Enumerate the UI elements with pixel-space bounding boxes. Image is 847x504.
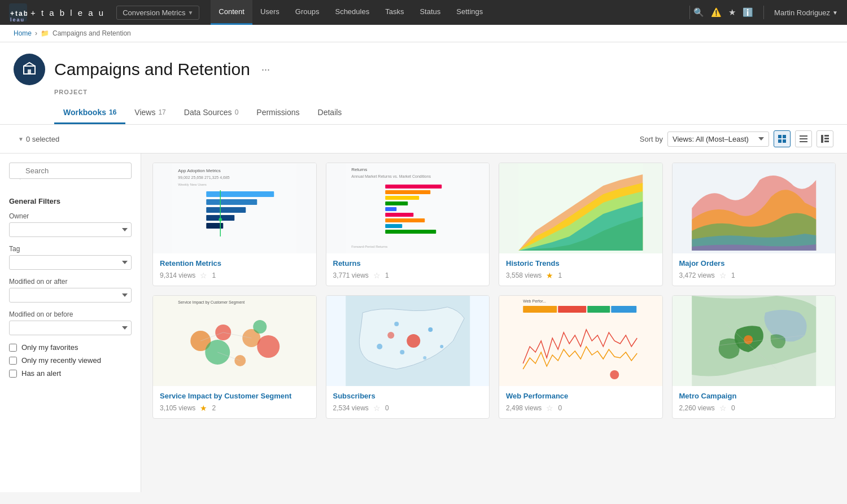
sort-select[interactable]: Views: All (Most–Least) Views: All (Leas… bbox=[667, 132, 769, 147]
tab-datasources-count: 0 bbox=[235, 108, 239, 116]
breadcrumb-home[interactable]: Home bbox=[14, 29, 32, 37]
tab-datasources[interactable]: Data Sources 0 bbox=[175, 102, 248, 124]
modified-after-select[interactable] bbox=[9, 288, 132, 303]
star-icon-web[interactable]: ☆ bbox=[546, 404, 553, 413]
star-icon-service[interactable]: ★ bbox=[200, 404, 207, 413]
star-count-service: 2 bbox=[212, 404, 216, 412]
project-title-row: Campaigns and Retention ··· bbox=[14, 54, 833, 85]
svg-text:App Adoption Metrics: App Adoption Metrics bbox=[178, 168, 221, 173]
detail-view-button[interactable] bbox=[817, 130, 833, 147]
alert-filter[interactable]: Has an alert bbox=[9, 369, 132, 378]
alert-checkbox[interactable] bbox=[9, 370, 17, 378]
workbook-title-service[interactable]: Service Impact by Customer Segment bbox=[160, 392, 309, 401]
svg-point-24 bbox=[219, 218, 222, 221]
workbook-title-web[interactable]: Web Performance bbox=[506, 392, 656, 401]
svg-rect-7 bbox=[800, 135, 807, 137]
workbook-meta-service: 3,105 views ★ 2 bbox=[160, 404, 309, 413]
workbook-title-metro[interactable]: Metro Campaign bbox=[679, 392, 829, 401]
search-input[interactable] bbox=[9, 163, 132, 179]
main-navigation: Content Users Groups Schedules Tasks Sta… bbox=[211, 0, 686, 25]
modified-before-select[interactable] bbox=[9, 321, 132, 335]
tab-workbooks[interactable]: Workbooks 16 bbox=[54, 102, 125, 124]
workbook-title-historic[interactable]: Historic Trends bbox=[506, 259, 656, 269]
toolbar-right: Sort by Views: All (Most–Least) Views: A… bbox=[640, 130, 833, 147]
tab-datasources-label: Data Sources bbox=[184, 108, 232, 117]
star-icon-subscribers[interactable]: ☆ bbox=[373, 404, 381, 413]
svg-rect-32 bbox=[385, 207, 396, 211]
nav-users[interactable]: Users bbox=[252, 0, 287, 25]
tab-views[interactable]: Views 17 bbox=[125, 102, 174, 124]
svg-text:Returns: Returns bbox=[351, 167, 367, 172]
workbook-title-subscribers[interactable]: Subscribers bbox=[333, 392, 483, 401]
tab-details[interactable]: Details bbox=[309, 102, 351, 124]
tab-workbooks-label: Workbooks bbox=[63, 108, 106, 117]
chevron-down-icon: ▼ bbox=[187, 10, 193, 16]
workbook-card-web[interactable]: Web Perfor... Web Performance 2,498 view bbox=[499, 295, 663, 419]
workbook-title-returns[interactable]: Returns bbox=[333, 259, 483, 269]
modified-before-filter-group: Modified on or before bbox=[9, 310, 132, 335]
svg-point-62 bbox=[394, 322, 399, 326]
owner-filter-group: Owner bbox=[9, 212, 132, 237]
svg-rect-10 bbox=[821, 135, 823, 143]
svg-rect-3 bbox=[778, 135, 781, 138]
star-icon-major[interactable]: ☆ bbox=[719, 271, 727, 280]
workbook-card-retention[interactable]: App Adoption Metrics 99,002 25,658 271,3… bbox=[152, 163, 317, 286]
svg-point-59 bbox=[440, 345, 443, 348]
search-icon[interactable]: 🔍 bbox=[693, 7, 704, 17]
workbook-card-major[interactable]: Major Orders 3,472 views ☆ 1 bbox=[672, 163, 836, 286]
nav-tasks[interactable]: Tasks bbox=[377, 0, 412, 25]
user-menu[interactable]: Martin Rodriguez ▼ bbox=[774, 8, 838, 17]
list-view-button[interactable] bbox=[795, 130, 812, 147]
star-count-metro: 0 bbox=[731, 404, 735, 412]
workbook-card-subscribers[interactable]: Subscriber Market Penetration by City bbox=[326, 295, 490, 419]
project-type-label: PROJECT bbox=[54, 89, 833, 95]
workbook-thumbnail-returns: Returns Annual Market Returns vs. Market… bbox=[326, 163, 490, 253]
grid-view-button[interactable] bbox=[774, 130, 791, 147]
app-logo[interactable]: +tab leau + t a b l e a u bbox=[9, 3, 105, 21]
nav-content[interactable]: Content bbox=[211, 0, 252, 25]
svg-rect-33 bbox=[385, 213, 413, 217]
star-icon-historic[interactable]: ★ bbox=[546, 271, 553, 280]
star-icon-metro[interactable]: ☆ bbox=[719, 404, 727, 413]
main-content: General Filters Owner Tag Modified on or… bbox=[0, 154, 847, 492]
nav-status[interactable]: Status bbox=[412, 0, 448, 25]
user-chevron-icon: ▼ bbox=[832, 10, 838, 16]
workbooks-grid: App Adoption Metrics 99,002 25,658 271,3… bbox=[141, 154, 847, 492]
svg-point-71 bbox=[744, 335, 753, 344]
info-icon[interactable]: ℹ️ bbox=[743, 7, 753, 17]
checkbox-filters: Only my favorites Only my recently viewe… bbox=[9, 343, 132, 378]
owner-filter-select[interactable] bbox=[9, 222, 132, 237]
svg-point-69 bbox=[610, 370, 619, 379]
nav-settings[interactable]: Settings bbox=[448, 0, 491, 25]
nav-schedules[interactable]: Schedules bbox=[327, 0, 377, 25]
tag-filter-select[interactable] bbox=[9, 255, 132, 270]
project-switcher[interactable]: Conversion Metrics ▼ bbox=[116, 6, 199, 20]
views-count-metro: 2,260 views bbox=[679, 404, 715, 412]
toolbar: ▼ 0 selected Sort by Views: All (Most–Le… bbox=[0, 125, 847, 154]
workbook-title-retention[interactable]: Retention Metrics bbox=[160, 259, 309, 269]
workbook-meta-web: 2,498 views ☆ 0 bbox=[506, 404, 656, 413]
star-count-returns: 1 bbox=[385, 271, 389, 279]
workbook-card-metro[interactable]: Metro Campaign 2,260 views ☆ 0 bbox=[672, 295, 836, 419]
svg-rect-19 bbox=[206, 199, 257, 205]
workbook-thumbnail-web: Web Perfor... bbox=[499, 296, 662, 386]
favorites-checkbox[interactable] bbox=[9, 344, 17, 352]
star-icon-returns[interactable]: ☆ bbox=[373, 271, 381, 280]
workbook-card-historic[interactable]: Historic Trends 3,558 views ★ 1 bbox=[499, 163, 663, 286]
workbook-card-service[interactable]: Service Impact by Customer Segment Se bbox=[152, 295, 317, 419]
project-more-button[interactable]: ··· bbox=[261, 64, 270, 76]
svg-rect-36 bbox=[385, 230, 436, 234]
workbook-title-major[interactable]: Major Orders bbox=[679, 259, 829, 269]
recently-viewed-checkbox[interactable] bbox=[9, 357, 17, 365]
favorites-icon[interactable]: ★ bbox=[728, 7, 736, 17]
star-icon-retention[interactable]: ☆ bbox=[200, 271, 207, 280]
selection-badge[interactable]: ▼ 0 selected bbox=[14, 133, 64, 146]
tab-permissions[interactable]: Permissions bbox=[247, 102, 308, 124]
alert-icon[interactable]: ⚠️ bbox=[711, 7, 722, 17]
svg-text:Service Impact by Customer Seg: Service Impact by Customer Segment bbox=[178, 300, 245, 305]
nav-groups[interactable]: Groups bbox=[287, 0, 328, 25]
favorites-filter[interactable]: Only my favorites bbox=[9, 343, 132, 352]
workbook-card-returns[interactable]: Returns Annual Market Returns vs. Market… bbox=[326, 163, 490, 286]
svg-point-61 bbox=[423, 356, 426, 360]
recently-viewed-filter[interactable]: Only my recently viewed bbox=[9, 356, 132, 365]
